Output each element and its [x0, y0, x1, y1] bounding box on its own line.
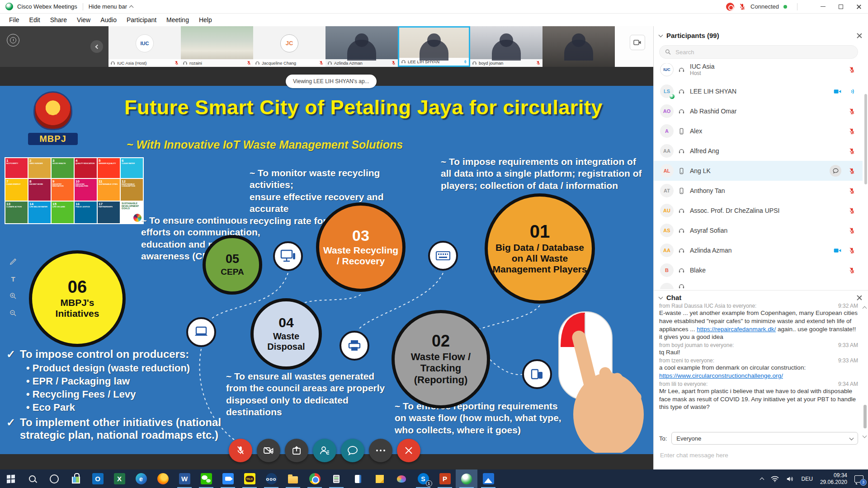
volume-icon[interactable] [786, 476, 794, 482]
wifi-icon[interactable] [771, 476, 779, 482]
mute-microphone-button[interactable] [229, 439, 252, 462]
scroll-thumbnails-left-button[interactable] [90, 40, 103, 53]
taskbar-icon-cortana[interactable] [43, 469, 65, 488]
chat-scroll-up-button[interactable] [863, 304, 866, 312]
taskbar-icon-chrome[interactable] [304, 469, 326, 488]
action-center-button[interactable]: 3 [854, 475, 863, 483]
menu-item[interactable]: View [72, 15, 95, 25]
text-tool-button[interactable]: T [8, 274, 18, 284]
chat-with-participant-button[interactable] [830, 165, 841, 177]
minimize-button[interactable] [814, 0, 832, 14]
meeting-info-button[interactable] [7, 34, 19, 47]
keyboard-language[interactable]: DEU [802, 476, 813, 482]
chat-scrollbar[interactable] [863, 405, 867, 428]
zoom-in-button[interactable] [8, 291, 18, 301]
video-thumbnail[interactable]: LEE LIH SHYAN [398, 26, 470, 67]
taskbar-icon-paint[interactable] [391, 469, 412, 488]
menu-item[interactable]: File [5, 15, 24, 25]
message-link[interactable]: https://www.circularconstructionchalleng… [659, 372, 858, 380]
message-link[interactable]: https://repaircafedanmark.dk/ [697, 326, 776, 333]
video-thumbnail[interactable]: Azlinda Azman [326, 26, 398, 67]
camera-off-button[interactable] [257, 439, 280, 462]
slide-title: Future Smart City of Petaling Jaya for c… [124, 96, 622, 119]
taskbar-icon-document-app[interactable] [347, 469, 369, 488]
taskbar-icon-edge[interactable]: e [130, 469, 152, 488]
menu-item[interactable]: Help [194, 15, 217, 25]
taskbar-icon-sticky-notes[interactable] [369, 469, 391, 488]
headset-icon [327, 61, 332, 66]
participant-row[interactable]: A Alex [654, 121, 863, 141]
participant-row[interactable]: IUC IUC Asia Host [654, 63, 863, 81]
video-thumbnail[interactable]: IUC IUC Asia (Host) [108, 26, 181, 67]
app-glyph: W [179, 473, 190, 484]
taskbar-icon-firefox[interactable] [152, 469, 174, 488]
taskbar-icon-powerpoint[interactable]: P [434, 469, 456, 488]
chat-scroll-down-button[interactable] [863, 432, 866, 440]
participant-row[interactable] [654, 280, 863, 289]
menu-item[interactable]: Share [46, 15, 71, 25]
participant-row[interactable]: AT Anthony Tan [654, 181, 863, 201]
search-input[interactable] [675, 48, 852, 56]
hide-menu-bar-button[interactable]: Hide menu bar [89, 3, 133, 10]
thumbnail-name-bar: IUC Asia (Host) [108, 59, 181, 67]
chat-message-input[interactable] [659, 451, 858, 459]
chat-title: Chat [666, 294, 681, 301]
video-layout-button[interactable] [630, 35, 645, 50]
participants-scrollbar[interactable] [864, 94, 867, 184]
participant-row[interactable]: AU Assoc. Prof. Dr CheZalina UPSI [654, 201, 863, 221]
show-hidden-icons-button[interactable] [760, 477, 764, 482]
chat-button[interactable] [341, 439, 364, 462]
more-options-button[interactable] [369, 439, 392, 462]
taskbar-clock[interactable]: 09:34 29.06.2020 [820, 472, 847, 486]
taskbar-icon-file-explorer[interactable] [282, 469, 304, 488]
chevron-left-icon [95, 44, 100, 49]
participant-row[interactable]: AO Ab Rashid Omar [654, 101, 863, 121]
taskbar-icon-calculator[interactable] [326, 469, 347, 488]
participant-row[interactable]: AL Ang LK [654, 161, 863, 181]
leave-meeting-button[interactable] [397, 439, 420, 462]
maximize-button[interactable] [832, 0, 850, 14]
app-glyph [483, 473, 494, 484]
video-thumbnail[interactable] [542, 26, 615, 67]
taskbar-icon-kakaotalk[interactable]: TALK [239, 469, 260, 488]
taskbar-icon-skype[interactable]: S1 [412, 469, 434, 488]
participant-row[interactable]: LS LEE LIH SHYAN [654, 81, 863, 101]
participant-row[interactable]: AA Azlinda Azman [654, 240, 863, 260]
taskbar-icon-store[interactable] [65, 469, 87, 488]
video-thumbnail[interactable]: rozaini [181, 26, 253, 67]
taskbar-icon-zoom[interactable] [217, 469, 239, 488]
taskbar-icon-wechat[interactable] [195, 469, 217, 488]
taskbar-icon-outlook[interactable]: O [87, 469, 108, 488]
taskbar-icon-webex[interactable] [456, 469, 477, 488]
zoom-out-button[interactable] [8, 308, 18, 318]
video-thumbnail[interactable]: boyd jouman [470, 26, 542, 67]
participant-row[interactable]: B Blake [654, 260, 863, 280]
taskbar-icon-word[interactable]: W [174, 469, 195, 488]
chevron-down-icon[interactable] [659, 295, 663, 300]
muted-mic-icon [536, 61, 541, 66]
close-participants-button[interactable] [856, 33, 863, 39]
bullet-item: EPR / Packaging law [26, 375, 228, 387]
close-button[interactable] [850, 0, 868, 14]
taskbar-icon-start[interactable] [0, 469, 22, 488]
taskbar-icon-photos[interactable] [477, 469, 499, 488]
taskbar-icon-excel[interactable]: X [108, 469, 130, 488]
close-chat-button[interactable] [856, 295, 863, 301]
chevron-down-icon[interactable] [659, 33, 663, 38]
recipient-select[interactable]: Everyone [671, 432, 858, 445]
avatar: AS [660, 224, 674, 237]
taskbar-icon-nextcloud[interactable]: ooo [260, 469, 282, 488]
taskbar-icon-search[interactable] [22, 469, 43, 488]
participant-row[interactable]: AA Alfred Ang [654, 141, 863, 161]
app-glyph [72, 474, 80, 483]
video-thumbnail[interactable]: JC Jacqueline Chang [253, 26, 326, 67]
participants-button[interactable] [313, 439, 336, 462]
participant-row[interactable]: AS Asyraf Sofian [654, 221, 863, 240]
menu-item[interactable]: Edit [25, 15, 45, 25]
menu-item[interactable]: Participant [122, 15, 161, 25]
annotate-pen-button[interactable] [8, 257, 18, 267]
menu-item[interactable]: Audio [96, 15, 121, 25]
participant-search[interactable] [659, 45, 858, 59]
share-content-button[interactable] [285, 439, 308, 462]
menu-item[interactable]: Meeting [162, 15, 193, 25]
